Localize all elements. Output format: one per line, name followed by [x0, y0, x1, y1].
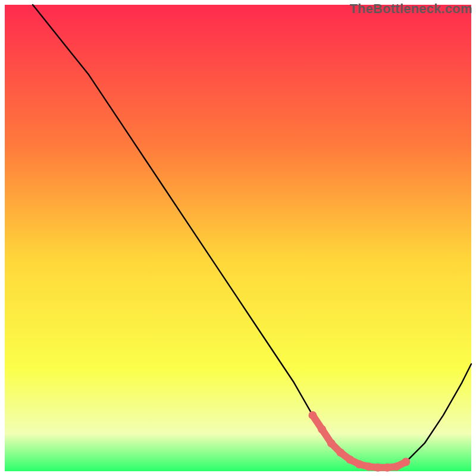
marker-dot — [365, 462, 373, 471]
chart-stage: TheBottleneck.com — [0, 0, 476, 476]
marker-dot — [318, 425, 326, 433]
marker-dot — [308, 411, 317, 419]
marker-dot — [393, 462, 401, 471]
bottleneck-chart — [0, 0, 476, 476]
marker-dot — [374, 464, 382, 472]
watermark-text: TheBottleneck.com — [350, 1, 472, 17]
marker-dot — [402, 458, 410, 466]
marker-dot — [346, 455, 354, 464]
plot-background — [5, 5, 471, 471]
marker-dot — [383, 464, 392, 472]
marker-dot — [336, 449, 345, 457]
marker-dot — [327, 439, 336, 447]
marker-dot — [355, 460, 364, 468]
